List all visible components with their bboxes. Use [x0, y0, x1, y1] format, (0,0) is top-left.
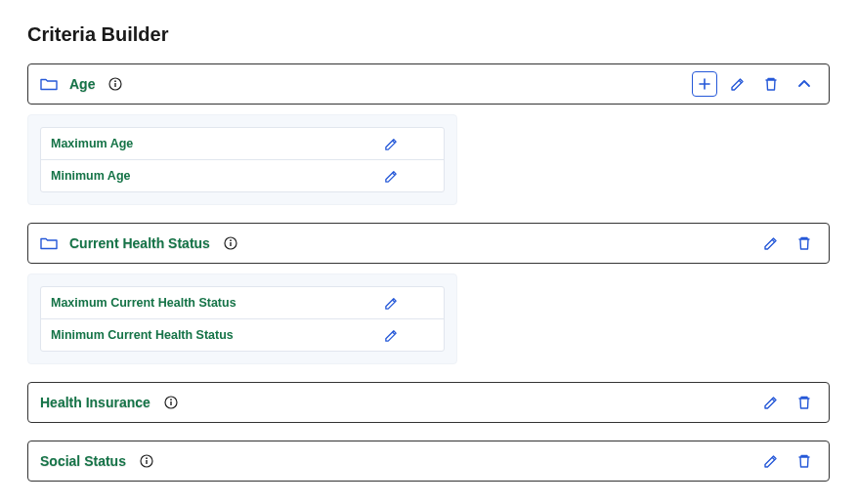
criteria-title: Current Health Status: [69, 235, 210, 251]
criteria-block: Social Status: [27, 441, 830, 482]
info-icon[interactable]: [164, 396, 178, 409]
info-icon[interactable]: [224, 236, 237, 250]
edit-subitem-button[interactable]: [381, 325, 401, 345]
criteria-header[interactable]: Current Health Status: [27, 223, 830, 264]
add-button[interactable]: [692, 71, 717, 97]
sub-label: Minimum Age: [51, 169, 381, 183]
sub-table: Maximum Current Health StatusMinimum Cur…: [40, 286, 445, 352]
sub-label: Minimum Current Health Status: [51, 328, 381, 342]
sub-label: Maximum Current Health Status: [51, 296, 381, 310]
sub-table: Maximum AgeMinimum Age: [40, 127, 445, 192]
delete-button[interactable]: [792, 231, 817, 256]
edit-button[interactable]: [725, 71, 750, 97]
criteria-block: Current Health StatusMaximum Current Hea…: [27, 223, 830, 364]
criteria-header[interactable]: Social Status: [27, 441, 830, 482]
criteria-block: AgeMaximum AgeMinimum Age: [27, 63, 830, 205]
edit-button[interactable]: [758, 231, 784, 256]
criteria-title: Social Status: [40, 453, 126, 469]
sub-label: Maximum Age: [51, 137, 381, 150]
sub-panel: Maximum AgeMinimum Age: [27, 114, 457, 205]
delete-button[interactable]: [758, 71, 784, 97]
folder-icon: [40, 236, 58, 250]
collapse-button[interactable]: [792, 71, 817, 97]
criteria-title: Health Insurance: [40, 395, 150, 410]
sub-row: Minimum Age: [41, 160, 444, 191]
info-icon[interactable]: [140, 454, 153, 468]
edit-subitem-button[interactable]: [381, 134, 401, 153]
edit-subitem-button[interactable]: [381, 166, 401, 186]
info-icon[interactable]: [108, 77, 122, 91]
sub-row: Maximum Current Health Status: [41, 287, 444, 319]
delete-button[interactable]: [792, 390, 817, 415]
edit-subitem-button[interactable]: [381, 293, 401, 313]
edit-button[interactable]: [758, 448, 784, 474]
criteria-header[interactable]: Health Insurance: [27, 382, 830, 423]
sub-row: Minimum Current Health Status: [41, 319, 444, 351]
page-title: Criteria Builder: [27, 23, 830, 46]
criteria-header[interactable]: Age: [27, 63, 830, 105]
folder-icon: [40, 77, 58, 91]
sub-row: Maximum Age: [41, 128, 444, 160]
criteria-title: Age: [69, 76, 95, 92]
delete-button[interactable]: [792, 448, 817, 474]
criteria-container: AgeMaximum AgeMinimum AgeCurrent Health …: [27, 63, 830, 482]
sub-panel: Maximum Current Health StatusMinimum Cur…: [27, 273, 457, 364]
edit-button[interactable]: [758, 390, 784, 415]
criteria-block: Health Insurance: [27, 382, 830, 423]
